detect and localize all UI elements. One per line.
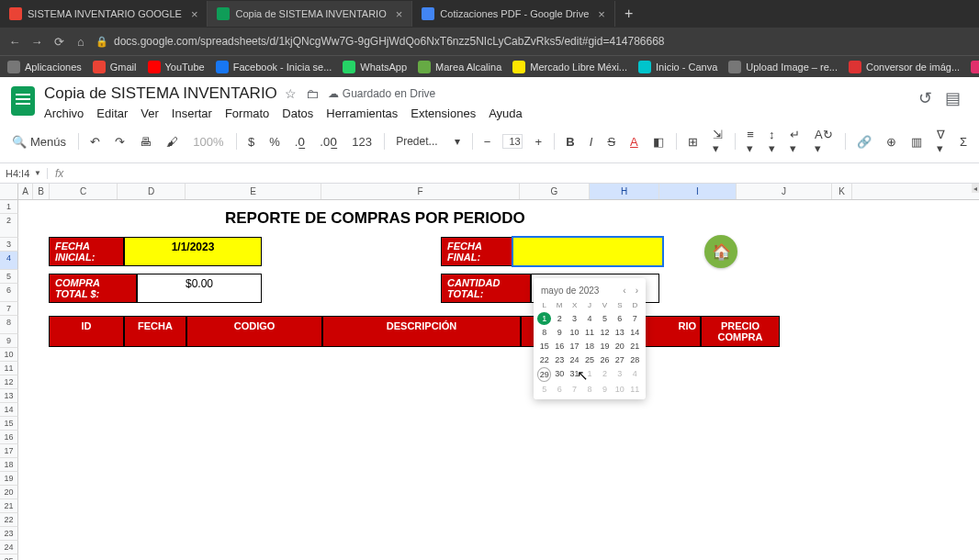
- font-select[interactable]: Predet...▾: [393, 133, 462, 150]
- wrap-icon[interactable]: ↵ ▾: [787, 126, 803, 157]
- bold-icon[interactable]: B: [563, 133, 577, 151]
- dp-day[interactable]: 11: [582, 326, 596, 339]
- home-button[interactable]: 🏠: [704, 235, 737, 268]
- dp-day[interactable]: 2: [598, 367, 612, 382]
- fecha-inicial-value[interactable]: 1/1/2023: [124, 237, 262, 266]
- row-header[interactable]: 1: [0, 200, 18, 214]
- menu-item[interactable]: Editar: [96, 106, 128, 120]
- dec-decrease-icon[interactable]: .0̲: [292, 133, 309, 151]
- close-icon[interactable]: ×: [191, 7, 198, 21]
- bookmark-item[interactable]: Conversor de imág...: [849, 61, 960, 73]
- column-header[interactable]: I: [659, 184, 737, 199]
- row-header[interactable]: 14: [0, 403, 18, 417]
- menu-item[interactable]: Formato: [225, 106, 269, 120]
- dp-day[interactable]: 8: [582, 383, 596, 396]
- column-header[interactable]: B: [33, 184, 50, 199]
- bookmark-item[interactable]: Inicio - Canva: [638, 61, 717, 73]
- row-header[interactable]: 7: [0, 302, 18, 316]
- doc-title[interactable]: Copia de SISTEMA INVENTARIO: [44, 84, 277, 103]
- column-header[interactable]: C: [50, 184, 118, 199]
- url-input[interactable]: 🔒 docs.google.com/spreadsheets/d/1kjQNcg…: [96, 35, 972, 48]
- dp-day[interactable]: 3: [568, 312, 581, 325]
- history-icon[interactable]: ↺: [918, 88, 932, 108]
- print-icon[interactable]: 🖶: [137, 133, 154, 151]
- back-icon[interactable]: ←: [7, 35, 22, 49]
- menu-item[interactable]: Extensiones: [411, 106, 476, 120]
- dp-day[interactable]: 9: [598, 383, 612, 396]
- select-all-corner[interactable]: [0, 184, 18, 199]
- row-header[interactable]: 25: [0, 554, 18, 560]
- rotate-icon[interactable]: A↻ ▾: [812, 126, 836, 157]
- dp-day[interactable]: 15: [537, 340, 551, 353]
- row-header[interactable]: 20: [0, 486, 18, 499]
- dp-day[interactable]: 13: [613, 326, 626, 339]
- row-header[interactable]: 6: [0, 284, 18, 302]
- row-header[interactable]: 9: [0, 334, 18, 348]
- close-icon[interactable]: ×: [598, 7, 605, 21]
- row-header[interactable]: 10: [0, 348, 18, 362]
- row-header[interactable]: 21: [0, 499, 18, 513]
- dp-day[interactable]: 28: [628, 353, 642, 366]
- dp-day[interactable]: 7: [628, 312, 642, 325]
- redo-icon[interactable]: ↷: [112, 133, 128, 151]
- column-header[interactable]: D: [118, 184, 186, 199]
- menu-item[interactable]: Herramientas: [326, 106, 398, 120]
- menu-item[interactable]: Archivo: [44, 106, 84, 120]
- dp-day[interactable]: 16: [552, 340, 566, 353]
- dec-increase-icon[interactable]: .00̲: [317, 133, 340, 151]
- dp-day[interactable]: 18: [582, 340, 596, 353]
- dp-day[interactable]: 4: [628, 367, 642, 382]
- fontsize-decrease[interactable]: −: [481, 133, 494, 151]
- dp-day[interactable]: 2: [552, 312, 566, 325]
- datepicker[interactable]: mayo de 2023 ‹ › LMXJVSD1234567891011121…: [534, 278, 646, 399]
- link-icon[interactable]: 🔗: [854, 133, 874, 151]
- column-header[interactable]: F: [321, 184, 520, 199]
- functions-icon[interactable]: Σ: [957, 133, 970, 151]
- dp-day[interactable]: 5: [537, 383, 551, 396]
- dp-day[interactable]: 30: [552, 367, 566, 382]
- cells-area[interactable]: REPORTE DE COMPRAS POR PERIODO FECHA INI…: [18, 200, 979, 347]
- reload-icon[interactable]: ⟳: [51, 35, 66, 49]
- undo-icon[interactable]: ↶: [87, 133, 103, 151]
- bookmark-item[interactable]: Facebook - Inicia se...: [216, 61, 332, 73]
- dp-day[interactable]: 7: [568, 383, 581, 396]
- dp-day[interactable]: 14: [628, 326, 642, 339]
- chart-icon[interactable]: ▥: [908, 133, 925, 151]
- dp-day[interactable]: 1: [537, 312, 551, 325]
- italic-icon[interactable]: I: [587, 133, 596, 151]
- menu-item[interactable]: Ver: [141, 106, 159, 120]
- fontsize-increase[interactable]: +: [532, 133, 545, 151]
- dp-day[interactable]: 23: [552, 353, 566, 366]
- search-menus-button[interactable]: 🔍 Menús: [9, 133, 69, 151]
- star-icon[interactable]: ☆: [285, 86, 297, 101]
- move-icon[interactable]: 🗀: [306, 86, 319, 101]
- borders-icon[interactable]: ⊞: [685, 133, 701, 151]
- forward-icon[interactable]: →: [29, 35, 44, 49]
- compra-total-value[interactable]: $0.00: [137, 274, 262, 303]
- name-box[interactable]: H4:I4▼: [0, 168, 48, 179]
- menu-item[interactable]: Insertar: [172, 106, 212, 120]
- dp-day[interactable]: 3: [613, 367, 626, 382]
- new-tab-button[interactable]: +: [615, 6, 642, 22]
- dp-day[interactable]: 31: [568, 367, 581, 382]
- fontsize-input[interactable]: 13: [502, 134, 523, 149]
- home-icon[interactable]: ⌂: [73, 35, 88, 49]
- merge-icon[interactable]: ⇲ ▾: [710, 126, 726, 157]
- row-header[interactable]: 16: [0, 431, 18, 444]
- close-icon[interactable]: ×: [396, 7, 403, 21]
- filter-icon[interactable]: ∇ ▾: [934, 126, 948, 157]
- bookmark-item[interactable]: Marea Alcalina: [418, 61, 501, 73]
- row-header[interactable]: 24: [0, 541, 18, 554]
- row-header[interactable]: 8: [0, 316, 18, 334]
- spreadsheet-grid[interactable]: ABCDEFGHIJK ◂ 12345678910111213141516171…: [0, 184, 979, 560]
- column-header[interactable]: A: [18, 184, 33, 199]
- dp-day[interactable]: 22: [537, 353, 551, 366]
- dp-day[interactable]: 21: [628, 340, 642, 353]
- bookmark-item[interactable]: Instagram: [971, 61, 979, 73]
- dp-day[interactable]: 19: [598, 340, 612, 353]
- column-header[interactable]: J: [737, 184, 832, 199]
- row-header[interactable]: 13: [0, 389, 18, 403]
- dp-day[interactable]: 27: [613, 353, 626, 366]
- fill-color-icon[interactable]: ◧: [650, 133, 667, 151]
- bookmark-item[interactable]: Mercado Libre Méxi...: [512, 61, 627, 73]
